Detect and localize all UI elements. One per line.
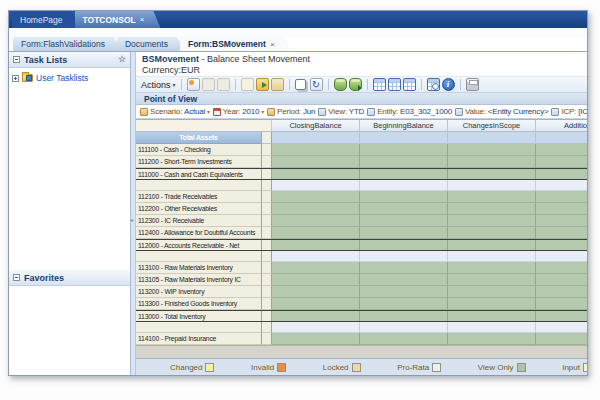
grid-cell[interactable]	[272, 240, 360, 250]
favorites-header[interactable]: Favorites	[9, 270, 130, 286]
export-excel-icon[interactable]	[256, 78, 269, 91]
row-label-cell[interactable]	[136, 251, 262, 262]
grid-cell[interactable]	[272, 227, 360, 239]
grid-options-icon[interactable]	[427, 78, 440, 91]
grid-cell[interactable]	[448, 156, 536, 168]
column-header-additions[interactable]: Additions	[536, 120, 587, 132]
pov-header[interactable]: Point of View	[136, 93, 587, 105]
grid-view-2-icon[interactable]	[388, 78, 401, 91]
row-label-cell[interactable]: 112300 - IC Receivable	[136, 215, 262, 227]
grid-cell[interactable]	[360, 156, 448, 168]
grid-cell[interactable]	[272, 333, 360, 345]
cell-blank-disabled-icon[interactable]	[241, 78, 254, 91]
row-label-cell[interactable]: 113000 - Total Inventory	[136, 311, 262, 321]
grid-cell[interactable]	[272, 144, 360, 156]
grid-cell[interactable]	[272, 262, 360, 274]
grid-cell[interactable]	[536, 180, 587, 191]
pov-scenario[interactable]: Scenario:Actual▾	[140, 107, 210, 116]
grid-cell[interactable]	[360, 311, 448, 321]
grid-cell[interactable]	[448, 227, 536, 239]
collapse-icon[interactable]	[13, 274, 20, 281]
grid-cell[interactable]	[536, 322, 587, 333]
actions-menu[interactable]: Actions ▾	[141, 80, 176, 90]
grid-cell[interactable]	[272, 169, 360, 179]
grid-view-1-icon[interactable]	[373, 78, 386, 91]
grid-cell[interactable]	[272, 311, 360, 321]
grid-cell[interactable]	[360, 227, 448, 239]
chevron-down-icon[interactable]: ▾	[207, 108, 210, 115]
copy-icon[interactable]	[295, 79, 306, 90]
grid-cell[interactable]	[536, 240, 587, 250]
grid-cell[interactable]	[448, 311, 536, 321]
grid-cell[interactable]	[448, 251, 536, 262]
row-label-cell[interactable]: 113300 - Finished Goods Inventory	[136, 298, 262, 310]
pov-view[interactable]: View:YTD	[318, 107, 364, 116]
grid-cell[interactable]	[360, 262, 448, 274]
row-label-cell[interactable]: 112200 - Other Receivables	[136, 203, 262, 215]
close-icon[interactable]: ×	[140, 15, 145, 24]
row-label-cell[interactable]: 112400 - Allowance for Doubtful Accounts	[136, 227, 262, 239]
grid-cell[interactable]	[536, 227, 587, 239]
journal-icon[interactable]	[271, 78, 284, 91]
grid-cell[interactable]	[272, 251, 360, 262]
grid-cell[interactable]	[272, 132, 360, 144]
collapse-splitter-icon[interactable]: ◂	[130, 217, 133, 223]
pov-icp[interactable]: ICP:[ICP Top]	[551, 107, 587, 116]
grid-cell[interactable]	[448, 322, 536, 333]
grid-cell[interactable]	[272, 274, 360, 286]
pov-year[interactable]: Year:2010▾	[213, 107, 264, 116]
undo-disabled-icon[interactable]	[217, 78, 230, 91]
grid-cell[interactable]	[448, 132, 536, 144]
close-icon[interactable]: ×	[270, 40, 275, 49]
tree-item-user-tasklists[interactable]: User Tasklists	[12, 73, 127, 83]
grid-cell[interactable]	[360, 322, 448, 333]
row-label-cell[interactable]: 111200 - Short-Term Investments	[136, 156, 262, 168]
grid-cell[interactable]	[536, 203, 587, 215]
collapse-icon[interactable]	[13, 56, 20, 63]
workspace-tab-totconsol[interactable]: TOTCONSOL×	[75, 11, 161, 28]
grid-cell[interactable]	[360, 215, 448, 227]
workspace-tab-homepage[interactable]: HomePage	[12, 11, 79, 28]
save-icon[interactable]	[187, 78, 200, 91]
grid-cell[interactable]	[448, 203, 536, 215]
grid-cell[interactable]	[360, 286, 448, 298]
grid-cell[interactable]	[272, 180, 360, 191]
grid-cell[interactable]	[360, 144, 448, 156]
grid-cell[interactable]	[536, 191, 587, 203]
row-label-cell[interactable]: 114100 - Prepaid Insurance	[136, 333, 262, 345]
print-icon[interactable]	[466, 78, 479, 91]
doc-tab-form-flashvalidations[interactable]: Form:FlashValidations	[13, 37, 122, 51]
row-label-cell[interactable]: 111100 - Cash - Checking	[136, 144, 262, 156]
database-export-icon[interactable]	[349, 78, 362, 91]
grid-cell[interactable]	[272, 322, 360, 333]
grid-cell[interactable]	[536, 286, 587, 298]
grid-cell[interactable]	[360, 169, 448, 179]
doc-tab-form-bsmovement[interactable]: Form:BSMovement×	[180, 37, 292, 51]
column-header-closingbalance[interactable]: ClosingBalance	[272, 120, 360, 132]
grid-cell[interactable]	[448, 298, 536, 310]
pov-value[interactable]: Value:<Entity Currency>	[455, 107, 549, 116]
grid-cell[interactable]	[272, 203, 360, 215]
grid-cell[interactable]	[536, 298, 587, 310]
grid-cell[interactable]	[536, 274, 587, 286]
grid-cell[interactable]	[272, 156, 360, 168]
row-label-cell[interactable]: 111000 - Cash and Cash Equivalents	[136, 169, 262, 179]
row-label-cell[interactable]	[136, 180, 262, 191]
grid-cell[interactable]	[448, 215, 536, 227]
grid-cell[interactable]	[272, 298, 360, 310]
grid-cell[interactable]	[448, 274, 536, 286]
row-label-cell[interactable]	[136, 322, 262, 333]
row-label-cell[interactable]: 112100 - Trade Receivables	[136, 191, 262, 203]
pov-entity[interactable]: Entity:E03_302_1000	[367, 107, 452, 116]
grid-cell[interactable]	[448, 333, 536, 345]
grid-cell[interactable]	[536, 262, 587, 274]
grid-cell[interactable]	[536, 311, 587, 321]
grid-cell[interactable]	[448, 144, 536, 156]
grid-cell[interactable]	[448, 262, 536, 274]
pov-period[interactable]: Period:Jun	[267, 107, 315, 116]
grid-cell[interactable]	[448, 240, 536, 250]
row-label-cell[interactable]: 113200 - WIP Inventory	[136, 286, 262, 298]
save-as-disabled-icon[interactable]	[202, 78, 215, 91]
grid-cell[interactable]	[536, 251, 587, 262]
grid-cell[interactable]	[536, 156, 587, 168]
